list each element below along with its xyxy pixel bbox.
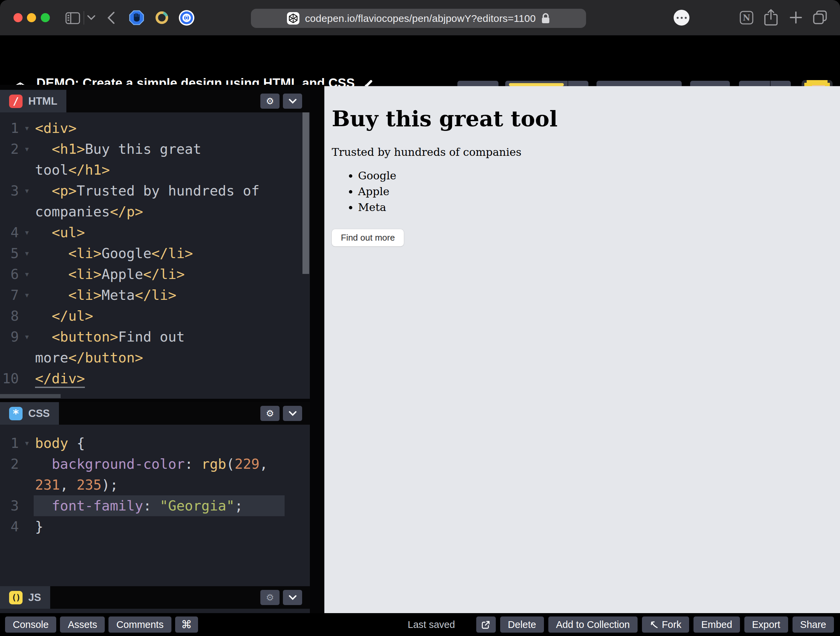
add-to-collection-button[interactable]: Add to Collection <box>548 617 638 633</box>
fold-arrow-icon[interactable]: ▾ <box>19 222 35 243</box>
code-line[interactable]: 3 font-family: "Georgia"; <box>0 495 310 516</box>
fold-arrow-icon <box>19 516 35 537</box>
window-close-button[interactable] <box>13 13 22 22</box>
chevron-down-icon <box>289 411 297 416</box>
line-number: 4 <box>0 222 19 243</box>
js-collapse-button[interactable] <box>283 590 302 605</box>
html-code-editor[interactable]: 1▾<div>2▾ <h1>Buy this greattool</h1>3▾ … <box>0 112 310 399</box>
code-line[interactable]: 8 </ul> <box>0 305 310 326</box>
code-line[interactable]: companies</p> <box>0 201 310 222</box>
code-line[interactable]: 2▾ <h1>Buy this great <box>0 139 310 159</box>
tab-css[interactable]: * CSS <box>0 402 59 425</box>
line-number <box>0 201 19 222</box>
url-text[interactable]: codepen.io/flaviocopes/pen/abjpowY?edito… <box>305 13 535 24</box>
fold-arrow-icon[interactable]: ▾ <box>19 264 35 285</box>
notion-extension-icon[interactable]: N <box>740 11 753 25</box>
embed-button[interactable]: Embed <box>693 617 740 633</box>
chevron-down-icon[interactable] <box>87 15 96 20</box>
fold-arrow-icon[interactable]: ▾ <box>19 180 35 201</box>
line-number: 10 <box>0 368 19 389</box>
back-button-icon[interactable] <box>107 11 115 25</box>
fold-arrow-icon[interactable]: ▾ <box>19 285 35 305</box>
open-live-view-button[interactable] <box>476 617 496 633</box>
list-item: Apple <box>358 185 840 198</box>
code-line[interactable]: more</button> <box>0 347 310 368</box>
code-line[interactable]: 2 background-color: rgb(229, <box>0 453 310 474</box>
code-line[interactable]: 5▾ <li>Google</li> <box>0 243 310 264</box>
code-line[interactable]: 3▾ <p>Trusted by hundreds of <box>0 180 310 201</box>
js-code-editor[interactable] <box>0 609 310 613</box>
line-number: 2 <box>0 453 19 474</box>
external-link-icon <box>481 620 490 629</box>
code-line[interactable]: 9▾ <button>Find out <box>0 326 310 347</box>
fold-arrow-icon <box>19 201 35 222</box>
export-button[interactable]: Export <box>744 617 788 633</box>
html-editor-hscrollbar[interactable] <box>0 394 61 398</box>
line-number: 9 <box>0 326 19 347</box>
ring-extension-icon[interactable] <box>154 10 169 25</box>
code-line[interactable]: 1▾<div> <box>0 118 310 139</box>
fold-arrow-icon[interactable]: ▾ <box>19 118 35 139</box>
toolbar-divider <box>84 11 84 25</box>
content-blocker-extension-icon[interactable] <box>129 10 144 25</box>
tab-html[interactable]: / HTML <box>0 90 66 112</box>
line-number: 5 <box>0 243 19 264</box>
html-settings-button[interactable]: ⚙ <box>261 94 279 109</box>
address-bar[interactable]: codepen.io/flaviocopes/pen/abjpowY?edito… <box>251 9 586 28</box>
code-line[interactable]: 1▾body { <box>0 433 310 453</box>
line-number: 8 <box>0 305 19 326</box>
window-minimize-button[interactable] <box>27 13 36 22</box>
fork-button[interactable]: Fork <box>642 617 689 633</box>
code-line[interactable]: 10</div> <box>0 368 310 389</box>
fold-arrow-icon[interactable]: ▾ <box>19 139 35 159</box>
keyboard-shortcuts-button[interactable]: ⌘ <box>175 617 198 633</box>
save-accent-bar <box>509 83 564 86</box>
footer-bar: Console Assets Comments ⌘ Last saved Del… <box>0 613 840 636</box>
assets-button[interactable]: Assets <box>60 617 105 633</box>
password-manager-extension-icon[interactable] <box>179 10 194 25</box>
css-panel-header: * CSS ⚙ <box>0 402 310 425</box>
editor-column: / HTML ⚙ 1▾<div>2▾ <h1>Buy this greattoo… <box>0 85 324 613</box>
lock-icon <box>541 13 550 24</box>
code-line[interactable]: tool</h1> <box>0 159 310 180</box>
tab-overview-icon[interactable] <box>812 10 828 25</box>
chevron-down-icon <box>289 595 297 600</box>
gear-icon: ⚙ <box>266 96 274 107</box>
delete-button[interactable]: Delete <box>500 617 544 633</box>
code-line[interactable]: 231, 235); <box>0 474 310 495</box>
console-button[interactable]: Console <box>5 617 56 633</box>
share-button[interactable]: Share <box>793 617 834 633</box>
fold-arrow-icon[interactable]: ▾ <box>19 433 35 453</box>
html-editor-scrollbar[interactable] <box>302 112 309 274</box>
line-number <box>0 159 19 180</box>
new-tab-icon[interactable] <box>789 11 802 24</box>
more-extensions-icon[interactable] <box>674 10 690 25</box>
codepen-favicon <box>287 12 299 25</box>
code-line[interactable]: 4▾ <ul> <box>0 222 310 243</box>
list-item: Google <box>358 169 840 182</box>
code-line[interactable]: 6▾ <li>Apple</li> <box>0 264 310 285</box>
css-settings-button[interactable]: ⚙ <box>261 406 279 421</box>
fold-arrow-icon[interactable]: ▾ <box>19 243 35 264</box>
browser-toolbar: codepen.io/flaviocopes/pen/abjpowY?edito… <box>0 0 840 35</box>
fold-arrow-icon[interactable]: ▾ <box>19 326 35 347</box>
line-number: 6 <box>0 264 19 285</box>
html-collapse-button[interactable] <box>283 94 302 109</box>
line-number: 3 <box>0 180 19 201</box>
comments-button[interactable]: Comments <box>109 617 171 633</box>
sidebar-toggle-icon[interactable] <box>65 12 80 25</box>
css-code-editor[interactable]: 1▾body {2 background-color: rgb(229,231,… <box>0 425 310 586</box>
line-number: 3 <box>0 495 19 516</box>
css-collapse-button[interactable] <box>283 406 302 421</box>
code-line[interactable]: 7▾ <li>Meta</li> <box>0 285 310 305</box>
share-icon[interactable] <box>764 9 778 26</box>
js-settings-button[interactable]: ⚙ <box>261 590 279 605</box>
tab-js[interactable]: () JS <box>0 586 50 609</box>
code-line[interactable]: 4} <box>0 516 310 537</box>
html-icon: / <box>9 94 22 108</box>
gear-icon: ⚙ <box>266 408 274 419</box>
window-zoom-button[interactable] <box>41 13 50 22</box>
preview-heading: Buy this great tool <box>332 106 840 131</box>
find-out-more-button[interactable]: Find out more <box>332 229 404 246</box>
html-panel-header: / HTML ⚙ <box>0 90 310 112</box>
